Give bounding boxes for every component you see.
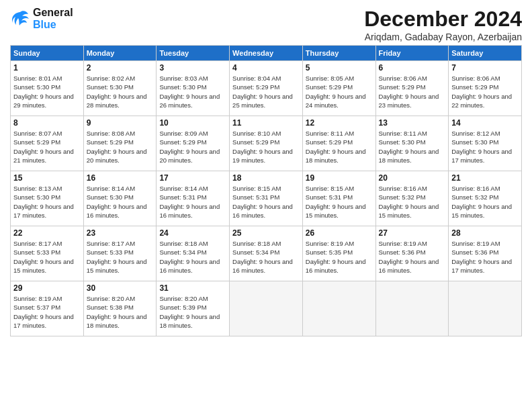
sunset-label: Sunset: 5:29 PM: [379, 83, 426, 91]
sunrise-label: Sunrise: 8:11 AM: [306, 130, 354, 137]
day-number: 1: [13, 63, 81, 73]
day-info: Sunrise: 8:18 AM Sunset: 5:34 PM Dayligh…: [232, 239, 300, 275]
sunrise-label: Sunrise: 8:15 AM: [232, 185, 281, 192]
sunrise-label: Sunrise: 8:04 AM: [232, 75, 281, 82]
calendar-table: Sunday Monday Tuesday Wednesday Thursday…: [10, 45, 522, 336]
sunset-label: Sunset: 5:30 PM: [451, 138, 498, 146]
day-number: 19: [306, 173, 373, 183]
calendar-cell: 2 Sunrise: 8:02 AM Sunset: 5:30 PM Dayli…: [83, 61, 157, 116]
sunrise-label: Sunrise: 8:10 AM: [232, 130, 281, 137]
day-info: Sunrise: 8:11 AM Sunset: 5:29 PM Dayligh…: [306, 129, 373, 165]
sunrise-label: Sunrise: 8:11 AM: [379, 130, 427, 137]
day-info: Sunrise: 8:17 AM Sunset: 5:33 PM Dayligh…: [13, 239, 81, 275]
sunset-label: Sunset: 5:30 PM: [87, 83, 134, 91]
daylight-label: Daylight: 9 hours and 16 minutes.: [232, 203, 293, 219]
sunset-label: Sunset: 5:33 PM: [87, 248, 134, 256]
sunrise-label: Sunrise: 8:01 AM: [13, 75, 62, 82]
col-tuesday: Tuesday: [157, 46, 230, 61]
day-number: 12: [306, 118, 373, 128]
sunset-label: Sunset: 5:34 PM: [232, 248, 279, 256]
day-number: 4: [232, 63, 300, 73]
sunrise-label: Sunrise: 8:08 AM: [87, 130, 135, 137]
calendar-cell: 23 Sunrise: 8:17 AM Sunset: 5:33 PM Dayl…: [83, 226, 157, 281]
daylight-label: Daylight: 9 hours and 18 minutes.: [379, 148, 439, 164]
daylight-label: Daylight: 9 hours and 25 minutes.: [232, 93, 293, 109]
col-thursday: Thursday: [302, 46, 375, 61]
calendar-cell: [230, 281, 303, 336]
daylight-label: Daylight: 9 hours and 15 minutes.: [87, 258, 147, 274]
day-info: Sunrise: 8:15 AM Sunset: 5:31 PM Dayligh…: [306, 184, 373, 220]
daylight-label: Daylight: 9 hours and 16 minutes.: [306, 258, 366, 274]
day-number: 23: [87, 228, 154, 238]
calendar-cell: 19 Sunrise: 8:15 AM Sunset: 5:31 PM Dayl…: [302, 171, 375, 226]
calendar-cell: 22 Sunrise: 8:17 AM Sunset: 5:33 PM Dayl…: [11, 226, 84, 281]
sunrise-label: Sunrise: 8:19 AM: [306, 240, 354, 247]
sunrise-label: Sunrise: 8:19 AM: [13, 295, 62, 302]
daylight-label: Daylight: 9 hours and 17 minutes.: [13, 313, 74, 329]
sunrise-label: Sunrise: 8:03 AM: [159, 75, 208, 82]
day-info: Sunrise: 8:04 AM Sunset: 5:29 PM Dayligh…: [232, 74, 300, 109]
day-info: Sunrise: 8:14 AM Sunset: 5:31 PM Dayligh…: [159, 184, 226, 220]
calendar-week-row: 29 Sunrise: 8:19 AM Sunset: 5:37 PM Dayl…: [11, 281, 522, 336]
calendar-cell: 24 Sunrise: 8:18 AM Sunset: 5:34 PM Dayl…: [157, 226, 230, 281]
day-number: 10: [159, 118, 226, 128]
daylight-label: Daylight: 9 hours and 16 minutes.: [159, 203, 220, 219]
day-info: Sunrise: 8:16 AM Sunset: 5:32 PM Dayligh…: [379, 184, 446, 220]
daylight-label: Daylight: 9 hours and 16 minutes.: [379, 258, 439, 274]
daylight-label: Daylight: 9 hours and 26 minutes.: [159, 93, 220, 109]
title-section: December 2024 Ariqdam, Gadabay Rayon, Az…: [364, 7, 522, 42]
col-wednesday: Wednesday: [230, 46, 303, 61]
sunrise-label: Sunrise: 8:02 AM: [87, 75, 135, 82]
day-info: Sunrise: 8:18 AM Sunset: 5:34 PM Dayligh…: [159, 239, 226, 275]
sunset-label: Sunset: 5:31 PM: [306, 193, 353, 201]
sunrise-label: Sunrise: 8:16 AM: [379, 185, 427, 192]
sunset-label: Sunset: 5:29 PM: [232, 83, 279, 91]
calendar-cell: 10 Sunrise: 8:09 AM Sunset: 5:29 PM Dayl…: [157, 116, 230, 171]
sunrise-label: Sunrise: 8:06 AM: [451, 75, 500, 82]
day-info: Sunrise: 8:17 AM Sunset: 5:33 PM Dayligh…: [87, 239, 154, 275]
day-number: 15: [13, 173, 81, 183]
day-info: Sunrise: 8:06 AM Sunset: 5:29 PM Dayligh…: [451, 74, 519, 109]
day-number: 6: [379, 63, 446, 73]
day-number: 5: [306, 63, 373, 73]
sunset-label: Sunset: 5:30 PM: [379, 138, 426, 146]
daylight-label: Daylight: 9 hours and 18 minutes.: [159, 313, 220, 329]
sunset-label: Sunset: 5:37 PM: [13, 304, 60, 311]
sunrise-label: Sunrise: 8:14 AM: [87, 185, 135, 192]
day-number: 9: [87, 118, 154, 128]
daylight-label: Daylight: 9 hours and 23 minutes.: [379, 93, 439, 109]
daylight-label: Daylight: 9 hours and 16 minutes.: [159, 258, 220, 274]
sunrise-label: Sunrise: 8:05 AM: [306, 75, 354, 82]
calendar-cell: 4 Sunrise: 8:04 AM Sunset: 5:29 PM Dayli…: [230, 61, 303, 116]
sunset-label: Sunset: 5:29 PM: [306, 83, 353, 91]
month-title: December 2024: [364, 7, 522, 32]
sunrise-label: Sunrise: 8:19 AM: [451, 240, 500, 247]
calendar-cell: 18 Sunrise: 8:15 AM Sunset: 5:31 PM Dayl…: [230, 171, 303, 226]
day-info: Sunrise: 8:01 AM Sunset: 5:30 PM Dayligh…: [13, 74, 81, 109]
day-info: Sunrise: 8:16 AM Sunset: 5:32 PM Dayligh…: [451, 184, 519, 220]
calendar-cell: 12 Sunrise: 8:11 AM Sunset: 5:29 PM Dayl…: [302, 116, 375, 171]
sunset-label: Sunset: 5:32 PM: [379, 193, 426, 201]
calendar-cell: 11 Sunrise: 8:10 AM Sunset: 5:29 PM Dayl…: [230, 116, 303, 171]
daylight-label: Daylight: 9 hours and 16 minutes.: [87, 203, 147, 219]
col-sunday: Sunday: [11, 46, 84, 61]
sunrise-label: Sunrise: 8:06 AM: [379, 75, 427, 82]
day-number: 29: [13, 283, 81, 293]
day-info: Sunrise: 8:11 AM Sunset: 5:30 PM Dayligh…: [379, 129, 446, 165]
daylight-label: Daylight: 9 hours and 19 minutes.: [232, 148, 293, 164]
calendar-cell: 17 Sunrise: 8:14 AM Sunset: 5:31 PM Dayl…: [157, 171, 230, 226]
calendar-cell: 31 Sunrise: 8:20 AM Sunset: 5:39 PM Dayl…: [157, 281, 230, 336]
daylight-label: Daylight: 9 hours and 18 minutes.: [306, 148, 366, 164]
sunrise-label: Sunrise: 8:09 AM: [159, 130, 208, 137]
sunrise-label: Sunrise: 8:17 AM: [13, 240, 62, 247]
day-number: 3: [159, 63, 226, 73]
calendar-cell: 1 Sunrise: 8:01 AM Sunset: 5:30 PM Dayli…: [11, 61, 84, 116]
sunset-label: Sunset: 5:30 PM: [13, 193, 60, 201]
header: General Blue December 2024 Ariqdam, Gada…: [10, 7, 522, 42]
calendar-cell: 14 Sunrise: 8:12 AM Sunset: 5:30 PM Dayl…: [449, 116, 522, 171]
calendar-cell: 27 Sunrise: 8:19 AM Sunset: 5:36 PM Dayl…: [375, 226, 449, 281]
sunset-label: Sunset: 5:30 PM: [13, 83, 60, 91]
sunset-label: Sunset: 5:29 PM: [232, 138, 279, 146]
day-number: 22: [13, 228, 81, 238]
col-friday: Friday: [375, 46, 449, 61]
